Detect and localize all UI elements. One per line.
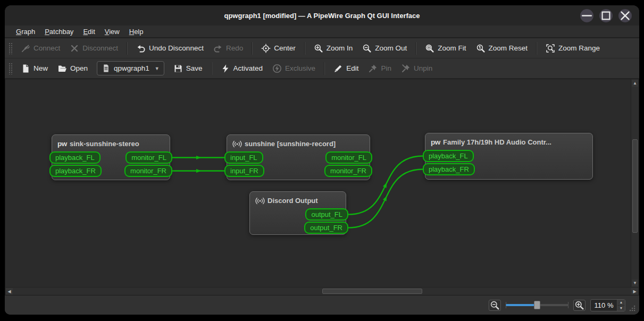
toolbar-button-unpin: Unpin bbox=[396, 61, 437, 77]
scroll-left-button[interactable]: ◀ bbox=[6, 288, 13, 294]
connect-icon bbox=[21, 44, 30, 53]
toolbar-button-save[interactable]: Save bbox=[169, 61, 207, 77]
toolbar-button-zoom-fit[interactable]: Zoom Fit bbox=[420, 40, 471, 56]
port-playback_FR[interactable]: playback_FR bbox=[423, 163, 475, 175]
menu-view[interactable]: View bbox=[100, 27, 124, 37]
menu-graph[interactable]: Graph bbox=[11, 27, 40, 37]
toolbar-button-label: Open bbox=[70, 64, 88, 72]
toolbar-button-label: Disconnect bbox=[82, 44, 118, 52]
node-discord-output[interactable]: Discord Outputoutput_FLoutput_FR bbox=[249, 191, 346, 235]
toolbar-button-edit[interactable]: Edit bbox=[329, 61, 363, 77]
port-playback_FL[interactable]: playback_FL bbox=[423, 150, 474, 162]
toolbar-button-new[interactable]: New bbox=[16, 61, 53, 77]
toolbar-button-zoom-in[interactable]: Zoom In bbox=[309, 40, 358, 56]
port-output_FR[interactable]: output_FR bbox=[304, 222, 348, 234]
toolbar-handle[interactable] bbox=[9, 43, 13, 54]
menu-patchbay[interactable]: Patchbay bbox=[40, 27, 78, 37]
node-sink-sunshine-stereo[interactable]: pwsink-sunshine-stereoplayback_FLmonitor… bbox=[52, 134, 170, 180]
menu-help[interactable]: Help bbox=[124, 27, 148, 37]
toolbar-button-label: Zoom In bbox=[327, 44, 353, 52]
port-monitor_FR[interactable]: monitor_FR bbox=[124, 165, 172, 177]
toolbar-button-center[interactable]: Center bbox=[256, 40, 300, 56]
toolbar-button-label: Activated bbox=[233, 64, 263, 72]
pipewire-icon: pw bbox=[57, 139, 67, 149]
lightning-icon bbox=[221, 64, 230, 73]
node-family-17h-19h-hd-audio-contr[interactable]: pwFamily 17h/19h HD Audio Contr...playba… bbox=[425, 133, 593, 180]
toolbar-button-undo-disconnect[interactable]: Undo Disconnect bbox=[131, 40, 208, 56]
toolbar-button-label: Save bbox=[186, 64, 203, 72]
open-folder-icon bbox=[57, 64, 67, 73]
maximize-button[interactable] bbox=[599, 9, 613, 22]
toolbar-button-zoom-range[interactable]: Zoom Range bbox=[541, 40, 605, 56]
horizontal-scrollbar[interactable]: ◀ ▶ bbox=[5, 287, 639, 295]
menu-edit[interactable]: Edit bbox=[78, 27, 99, 37]
zoom-out-button[interactable] bbox=[489, 300, 501, 311]
port-playback_FR[interactable]: playback_FR bbox=[49, 165, 102, 177]
toolbar-button-label: Center bbox=[274, 44, 296, 52]
node-header: pwFamily 17h/19h HD Audio Contr... bbox=[425, 133, 592, 150]
node-sunshine-sunshine-record[interactable]: sunshine [sunshine-record]input_FLmonito… bbox=[227, 134, 370, 180]
vertical-scroll-thumb[interactable] bbox=[632, 139, 638, 233]
broadcast-icon bbox=[255, 196, 265, 206]
zoom-value[interactable]: 110 % bbox=[591, 301, 617, 309]
node-title: sunshine [sunshine-record] bbox=[245, 140, 336, 148]
scroll-up-button[interactable]: ▲ bbox=[632, 80, 638, 87]
resize-grip-icon[interactable] bbox=[628, 304, 636, 312]
zoom-slider[interactable] bbox=[506, 300, 568, 310]
zoom-in-button[interactable] bbox=[573, 300, 586, 311]
unpin-icon bbox=[401, 64, 411, 73]
toolbar-button-label: Connect bbox=[34, 44, 60, 52]
scroll-right-button[interactable]: ▶ bbox=[631, 288, 638, 294]
toolbar-separator bbox=[304, 42, 305, 55]
toolbar-file: NewOpenqpwgraph1▼SaveActivatedExclusiveE… bbox=[5, 58, 639, 79]
scroll-down-button[interactable]: ▼ bbox=[632, 280, 638, 286]
app-window: qpwgraph1 [modified] — A PipeWire Graph … bbox=[5, 5, 639, 315]
toolbar-button-label: Zoom Reset bbox=[489, 44, 528, 52]
statusbar: 110 % ▲ ▼ bbox=[5, 295, 639, 315]
patchbay-file-icon bbox=[102, 64, 111, 73]
zoom-spinner: ▲ ▼ bbox=[617, 300, 625, 311]
pin-icon bbox=[368, 64, 378, 73]
toolbar-handle[interactable] bbox=[9, 63, 13, 74]
new-file-icon bbox=[21, 64, 30, 73]
vertical-scrollbar[interactable]: ▲ ▼ bbox=[631, 79, 639, 287]
port-playback_FL[interactable]: playback_FL bbox=[49, 151, 101, 164]
node-header: Discord Output bbox=[250, 192, 346, 208]
graph-view: pwsink-sunshine-stereoplayback_FLmonitor… bbox=[5, 79, 639, 295]
spin-down-button[interactable]: ▼ bbox=[617, 306, 625, 311]
port-monitor_FR[interactable]: monitor_FR bbox=[324, 165, 372, 177]
toolbar-separator bbox=[252, 42, 253, 55]
minimize-button[interactable] bbox=[580, 9, 593, 22]
toolbar-button-label: Redo bbox=[226, 44, 243, 52]
titlebar[interactable]: qpwgraph1 [modified] — A PipeWire Graph … bbox=[5, 5, 639, 26]
port-input_FL[interactable]: input_FL bbox=[224, 151, 263, 164]
horizontal-scroll-thumb[interactable] bbox=[322, 289, 422, 294]
graph-canvas[interactable]: pwsink-sunshine-stereoplayback_FLmonitor… bbox=[5, 79, 631, 287]
toolbar-button-zoom-out[interactable]: Zoom Out bbox=[357, 40, 412, 56]
disconnect-icon bbox=[70, 44, 79, 53]
toolbar-separator bbox=[211, 62, 212, 75]
close-button[interactable] bbox=[618, 9, 632, 22]
toolbar-main: ConnectDisconnectUndo DisconnectRedoCent… bbox=[5, 38, 639, 58]
zoom-spinbox[interactable]: 110 % ▲ ▼ bbox=[590, 299, 625, 311]
port-monitor_FL[interactable]: monitor_FL bbox=[126, 151, 172, 164]
toolbar-separator bbox=[127, 42, 128, 55]
undo-icon bbox=[136, 44, 146, 53]
toolbar-separator bbox=[536, 42, 537, 55]
spin-up-button[interactable]: ▲ bbox=[617, 300, 625, 306]
patchbay-select[interactable]: qpwgraph1▼ bbox=[97, 61, 164, 75]
port-output_FL[interactable]: output_FL bbox=[305, 208, 348, 221]
menubar: GraphPatchbayEditViewHelp bbox=[5, 26, 639, 38]
port-input_FR[interactable]: input_FR bbox=[224, 165, 264, 177]
node-header: sunshine [sunshine-record] bbox=[227, 135, 370, 151]
toolbar-button-exclusive: Exclusive bbox=[267, 61, 320, 77]
toolbar-button-open[interactable]: Open bbox=[53, 61, 93, 77]
save-icon bbox=[173, 64, 183, 73]
toolbar-button-label: Zoom Range bbox=[558, 44, 600, 52]
zoom-slider-handle[interactable] bbox=[534, 301, 540, 309]
node-title: Discord Output bbox=[267, 197, 318, 205]
port-monitor_FL[interactable]: monitor_FL bbox=[325, 151, 372, 164]
toolbar-button-activated[interactable]: Activated bbox=[216, 61, 268, 77]
redo-icon bbox=[213, 44, 223, 53]
toolbar-button-zoom-reset[interactable]: Zoom Reset bbox=[471, 40, 533, 56]
